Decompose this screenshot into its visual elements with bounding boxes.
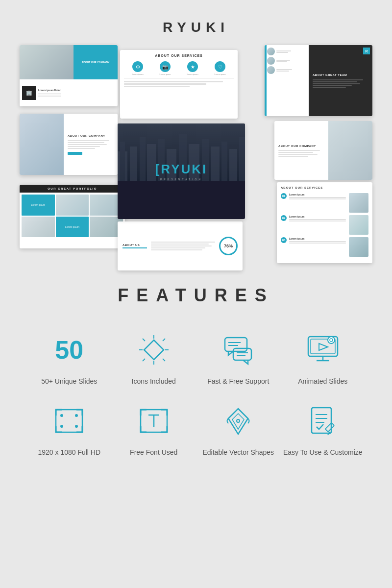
slide-3: R ABOUT GREAT TEAM	[265, 45, 372, 116]
slide-7-grid: Lorem ipsum Lorem ipsum	[20, 193, 125, 239]
page-title: RYUKI	[163, 20, 229, 35]
feature-easy-customize: Easy To Use & Customize	[283, 401, 363, 458]
slide-3-left	[265, 45, 309, 116]
slide-9-num-3: 03	[281, 237, 287, 243]
slide-4-title: ABOUT OUR COMPANY	[68, 134, 114, 138]
pen-tool-icon	[219, 401, 258, 441]
features-grid: 50 50+ Unique Slides	[20, 330, 372, 457]
slide-9-item-title-2: Lorem ipsum	[289, 215, 346, 218]
slide-9-content-1: Lorem ipsum	[289, 193, 368, 213]
slide-2-icon-4: ♡ Lorem ipsum	[214, 61, 225, 75]
building-icon: 🏢	[26, 90, 32, 96]
slide-2-icon-2: 📷 Lorem ipsum	[159, 61, 171, 75]
svg-point-50	[237, 419, 240, 422]
font-frame-icon	[134, 401, 173, 441]
slide-4-button	[68, 152, 82, 155]
slide-9-content-3: Lorem ipsum	[289, 237, 368, 257]
person-item-3	[267, 66, 306, 74]
slide-4-lines	[68, 140, 114, 149]
slide-6-lines	[278, 150, 324, 157]
slide-3-title: ABOUT GREAT TEAM	[313, 73, 368, 77]
svg-rect-13	[239, 137, 245, 181]
slide-1-icon: 🏢	[22, 86, 36, 100]
slide-7-header: OUR GREAT PORTFOLIO	[20, 185, 125, 193]
svg-rect-42	[56, 410, 82, 432]
svg-rect-51	[312, 408, 331, 433]
svg-line-20	[163, 359, 165, 361]
slide-9-num-1: 01	[281, 193, 287, 199]
slide-6-left: ABOUT OUR COMPANY	[274, 121, 328, 180]
feature-label-animated: Animated Slides	[298, 377, 347, 387]
slide-9: ABOUT OUR SERVICES 01 Lorem ipsum 02 Lor…	[277, 182, 372, 263]
slide-2-label-3: Lorem ipsum	[187, 73, 198, 75]
portfolio-cell-2	[56, 195, 89, 216]
slide-4: ABOUT OUR COMPANY	[20, 114, 118, 175]
slide-2-icons: ⚙ Lorem ipsum 📷 Lorem ipsum ★ Lorem ipsu…	[124, 61, 234, 75]
name-lines-1	[276, 50, 291, 53]
icon-circle-1: ⚙	[132, 61, 143, 72]
feature-number-50: 50	[55, 337, 83, 363]
features-title: FEATURES	[118, 285, 274, 306]
svg-rect-1	[120, 142, 125, 181]
slide-3-persons	[265, 45, 309, 116]
slide-9-texts-1: Lorem ipsum	[289, 193, 346, 199]
svg-line-19	[143, 339, 145, 341]
slide-3-right: R ABOUT GREAT TEAM	[309, 45, 372, 116]
slide-9-image-3	[349, 237, 368, 257]
badge-letter: R	[365, 49, 368, 53]
avatar-2	[267, 57, 275, 65]
svg-marker-56	[328, 432, 330, 434]
monitor-svg	[306, 333, 340, 367]
slide-3-badge: R	[363, 48, 370, 54]
svg-rect-3	[140, 137, 146, 181]
slide-2-label-2: Lorem ipsum	[159, 73, 171, 75]
slide-1-text: Lorem ipsum Dolor	[38, 89, 61, 98]
slide-5-logo: [RYUKI	[155, 162, 208, 177]
slide-1-image	[20, 45, 74, 79]
icon-circle-3: ★	[187, 61, 198, 72]
feature-free-font: Free Font Used	[114, 401, 194, 458]
svg-rect-4	[147, 144, 156, 181]
slide-1-label: Lorem ipsum Dolor	[38, 89, 61, 92]
svg-rect-12	[229, 149, 237, 181]
slide-9-texts-3: Lorem ipsum	[289, 237, 346, 244]
slide-4-right: ABOUT OUR COMPANY	[64, 114, 118, 175]
slide-9-texts-2: Lorem ipsum	[289, 215, 346, 221]
font-frame-svg	[137, 404, 171, 438]
portfolio-cell-5: Lorem ipsum	[56, 217, 89, 238]
slide-8-label-section: ABOUT US	[122, 244, 147, 248]
feature-label-easy: Easy To Use & Customize	[283, 448, 363, 458]
svg-rect-25	[225, 338, 247, 351]
logo-letter: R	[161, 162, 171, 176]
slide-1-badge-text: ABOUT OUR COMPANY	[82, 61, 110, 64]
feature-label-support: Fast & Free Support	[207, 377, 269, 387]
diamond-icon	[134, 330, 173, 369]
portfolio-label-2: Lorem ipsum	[65, 225, 79, 228]
logo-bracket: [	[155, 162, 161, 176]
feature-full-hd: 1920 x 1080 Full HD	[29, 401, 109, 458]
feature-label-vector: Editable Vector Shapes	[202, 448, 274, 458]
logo-text: YUKI	[171, 162, 207, 176]
svg-rect-11	[221, 142, 227, 181]
doc-edit-icon	[303, 401, 343, 441]
icon-circle-2: 📷	[160, 61, 171, 72]
slide-8: ABOUT US 76%	[118, 221, 243, 270]
avatar-3	[267, 66, 275, 74]
feature-label-unique-slides: 50+ Unique Slides	[41, 377, 97, 387]
svg-point-44	[75, 415, 77, 416]
slide-2-label-4: Lorem ipsum	[214, 73, 225, 75]
svg-line-23	[144, 340, 154, 350]
svg-point-45	[61, 425, 63, 427]
frame-icon	[49, 401, 89, 441]
diamond-svg	[137, 333, 171, 367]
slide-5-main: [RYUKI PRESENTATION	[118, 123, 245, 219]
slides-preview: ABOUT OUR COMPANY 🏢 Lorem ipsum Dolor AB…	[20, 45, 372, 261]
slide-9-item-title-1: Lorem ipsum	[289, 193, 346, 196]
slide-9-item-3: 03 Lorem ipsum	[281, 237, 368, 257]
svg-rect-55	[325, 422, 334, 431]
svg-line-22	[143, 359, 145, 361]
chat-svg	[221, 333, 255, 367]
slide-6: ABOUT OUR COMPANY	[274, 121, 372, 180]
slide-9-item-1: 01 Lorem ipsum	[281, 193, 368, 213]
feature-label-font: Free Font Used	[130, 448, 177, 458]
